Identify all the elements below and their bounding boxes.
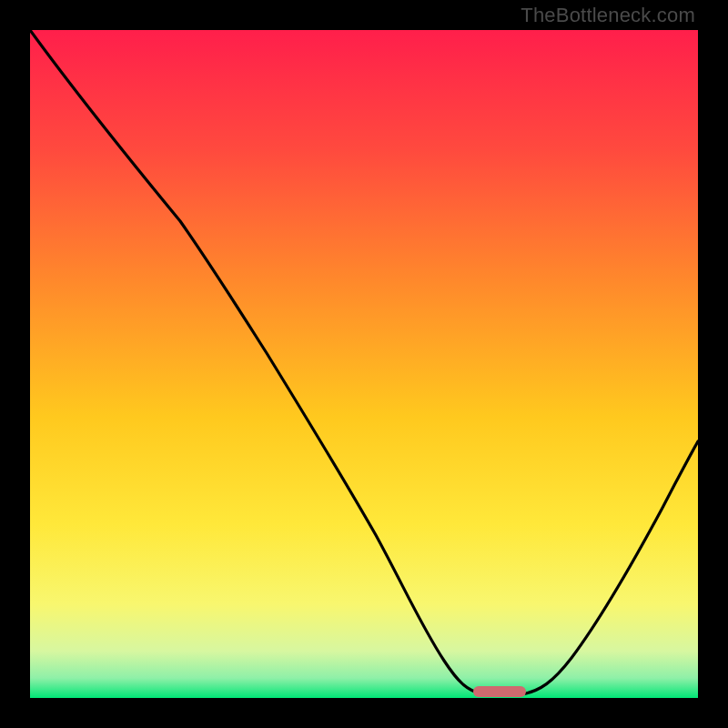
chart-frame: TheBottleneck.com xyxy=(0,0,728,728)
optimum-marker xyxy=(473,686,526,697)
plot-area xyxy=(30,30,698,698)
bottleneck-curve xyxy=(30,30,698,694)
curve-layer xyxy=(30,30,698,698)
watermark-text: TheBottleneck.com xyxy=(521,4,695,27)
